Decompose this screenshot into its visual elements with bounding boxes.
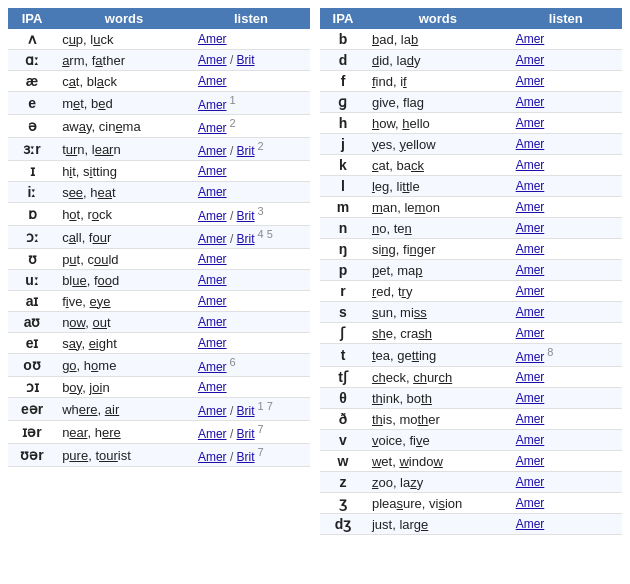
amer-audio-link[interactable]: Amer [198, 427, 227, 441]
amer-audio-link[interactable]: Amer [198, 121, 227, 135]
right-header-ipa: IPA [320, 8, 366, 29]
amer-audio-link[interactable]: Amer [198, 209, 227, 223]
amer-audio-link[interactable]: Amer [516, 284, 545, 298]
amer-audio-link[interactable]: Amer [198, 252, 227, 266]
word-examples: where, air [56, 398, 192, 421]
word-examples: pleasure, vision [366, 493, 510, 514]
ipa-symbol: ɪ [8, 161, 56, 182]
amer-audio-link[interactable]: Amer [198, 32, 227, 46]
word-examples: check, church [366, 367, 510, 388]
footnote: 7 [258, 446, 264, 458]
amer-audio-link[interactable]: Amer [198, 74, 227, 88]
amer-audio-link[interactable]: Amer [516, 263, 545, 277]
listen-cell: Amer / Brit7 [192, 444, 310, 467]
brit-audio-link[interactable]: Brit [237, 232, 255, 246]
amer-audio-link[interactable]: Amer [516, 74, 545, 88]
amer-audio-link[interactable]: Amer [198, 380, 227, 394]
table-row: tʃcheck, churchAmer [320, 367, 622, 388]
amer-audio-link[interactable]: Amer [516, 179, 545, 193]
ipa-symbol: ɑː [8, 50, 56, 71]
amer-audio-link[interactable]: Amer [516, 116, 545, 130]
listen-cell: Amer [192, 333, 310, 354]
brit-audio-link[interactable]: Brit [237, 209, 255, 223]
amer-audio-link[interactable]: Amer [198, 273, 227, 287]
footnote: 3 [258, 205, 264, 217]
brit-audio-link[interactable]: Brit [237, 53, 255, 67]
left-header-ipa: IPA [8, 8, 56, 29]
brit-audio-link[interactable]: Brit [237, 427, 255, 441]
listen-cell: Amer [192, 291, 310, 312]
ipa-symbol: n [320, 218, 366, 239]
amer-audio-link[interactable]: Amer [516, 32, 545, 46]
amer-audio-link[interactable]: Amer [516, 475, 545, 489]
amer-audio-link[interactable]: Amer [516, 517, 545, 531]
amer-audio-link[interactable]: Amer [516, 391, 545, 405]
amer-audio-link[interactable]: Amer [198, 360, 227, 374]
listen-cell: Amer [510, 430, 622, 451]
table-row: ɜːrturn, learnAmer / Brit2 [8, 138, 310, 161]
brit-audio-link[interactable]: Brit [237, 144, 255, 158]
ipa-symbol: oʊ [8, 354, 56, 377]
amer-audio-link[interactable]: Amer [198, 404, 227, 418]
table-row: ʊərpure, touristAmer / Brit7 [8, 444, 310, 467]
amer-audio-link[interactable]: Amer [516, 305, 545, 319]
amer-audio-link[interactable]: Amer [516, 158, 545, 172]
table-row: jyes, yellowAmer [320, 134, 622, 155]
left-table: IPA words listen ʌcup, luckAmerɑːarm, fa… [8, 8, 310, 467]
right-header-listen: listen [510, 8, 622, 29]
table-row: əaway, cinemaAmer2 [8, 115, 310, 138]
ipa-symbol: aɪ [8, 291, 56, 312]
brit-audio-link[interactable]: Brit [237, 404, 255, 418]
amer-audio-link[interactable]: Amer [516, 200, 545, 214]
amer-audio-link[interactable]: Amer [516, 137, 545, 151]
brit-audio-link[interactable]: Brit [237, 450, 255, 464]
amer-audio-link[interactable]: Amer [198, 294, 227, 308]
amer-audio-link[interactable]: Amer [198, 232, 227, 246]
table-row: ʃshe, crashAmer [320, 323, 622, 344]
amer-audio-link[interactable]: Amer [516, 53, 545, 67]
word-examples: give, flag [366, 92, 510, 113]
amer-audio-link[interactable]: Amer [516, 326, 545, 340]
amer-audio-link[interactable]: Amer [198, 164, 227, 178]
amer-audio-link[interactable]: Amer [198, 144, 227, 158]
amer-audio-link[interactable]: Amer [516, 221, 545, 235]
listen-cell: Amer [192, 312, 310, 333]
amer-audio-link[interactable]: Amer [198, 315, 227, 329]
listen-cell: Amer [510, 367, 622, 388]
word-examples: she, crash [366, 323, 510, 344]
amer-audio-link[interactable]: Amer [516, 242, 545, 256]
table-row: ssun, missAmer [320, 302, 622, 323]
footnote: 1 7 [258, 400, 273, 412]
listen-cell: Amer6 [192, 354, 310, 377]
word-examples: pet, map [366, 260, 510, 281]
amer-audio-link[interactable]: Amer [516, 454, 545, 468]
table-row: vvoice, fiveAmer [320, 430, 622, 451]
table-row: ʌcup, luckAmer [8, 29, 310, 50]
word-examples: how, hello [366, 113, 510, 134]
table-row: oʊgo, homeAmer6 [8, 354, 310, 377]
table-row: ʒpleasure, visionAmer [320, 493, 622, 514]
word-examples: man, lemon [366, 197, 510, 218]
word-examples: wet, window [366, 451, 510, 472]
amer-audio-link[interactable]: Amer [198, 450, 227, 464]
amer-audio-link[interactable]: Amer [516, 350, 545, 364]
amer-audio-link[interactable]: Amer [516, 433, 545, 447]
listen-cell: Amer [192, 377, 310, 398]
amer-audio-link[interactable]: Amer [198, 53, 227, 67]
listen-cell: Amer / Brit3 [192, 203, 310, 226]
amer-audio-link[interactable]: Amer [516, 370, 545, 384]
ipa-symbol: j [320, 134, 366, 155]
listen-cell: Amer [510, 409, 622, 430]
table-row: ɪərnear, hereAmer / Brit7 [8, 421, 310, 444]
amer-audio-link[interactable]: Amer [198, 336, 227, 350]
amer-audio-link[interactable]: Amer [198, 185, 227, 199]
amer-audio-link[interactable]: Amer [516, 95, 545, 109]
amer-audio-link[interactable]: Amer [516, 412, 545, 426]
ipa-symbol: tʃ [320, 367, 366, 388]
ipa-symbol: ɔː [8, 226, 56, 249]
amer-audio-link[interactable]: Amer [198, 98, 227, 112]
ipa-symbol: l [320, 176, 366, 197]
table-row: aɪfive, eyeAmer [8, 291, 310, 312]
amer-audio-link[interactable]: Amer [516, 496, 545, 510]
word-examples: met, bed [56, 92, 192, 115]
